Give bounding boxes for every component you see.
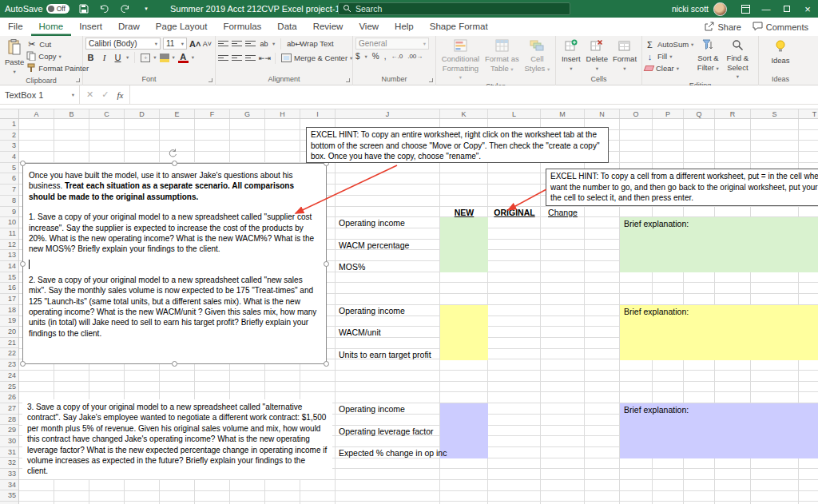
quick-access-dropdown-icon[interactable]: ▾	[140, 2, 153, 15]
alignment-dialog-launcher-icon[interactable]	[346, 78, 350, 82]
cut-button[interactable]: ✂Cut	[26, 38, 89, 50]
format-cells-button[interactable]: Format ▾	[610, 38, 639, 73]
column-header-L[interactable]: L	[488, 109, 541, 118]
row-header-29[interactable]: 29	[0, 425, 18, 436]
sort-filter-button[interactable]: Sort & Filter ▾	[693, 38, 722, 73]
borders-button[interactable]: +	[141, 54, 150, 62]
label-operating-income-1[interactable]: Operating income	[339, 217, 451, 228]
header-change[interactable]: Change	[541, 207, 585, 218]
ideas-button[interactable]: Ideas	[768, 38, 792, 65]
column-header-P[interactable]: P	[653, 109, 684, 118]
row-header-15[interactable]: 15	[0, 272, 18, 284]
decrease-decimal-icon[interactable]: .00→	[407, 53, 423, 60]
row-header-22[interactable]: 22	[0, 348, 18, 359]
column-header-A[interactable]: A	[19, 109, 54, 118]
header-new[interactable]: NEW	[440, 207, 488, 218]
resize-handle-bottom-right[interactable]	[324, 361, 329, 367]
resize-handle-top-left[interactable]	[20, 161, 26, 166]
clipboard-dialog-launcher-icon[interactable]	[76, 78, 80, 82]
row-header-25[interactable]: 25	[0, 382, 18, 393]
cancel-icon[interactable]: ✕	[86, 89, 93, 100]
cell-styles-button[interactable]: Cell Styles ▾	[522, 38, 553, 73]
column-header-R[interactable]: R	[715, 109, 751, 118]
search-box[interactable]	[338, 2, 570, 15]
label-wacm-percentage[interactable]: WACM percentage	[339, 240, 451, 251]
column-header-J[interactable]: J	[336, 109, 440, 118]
column-header-G[interactable]: G	[230, 109, 265, 118]
row-header-30[interactable]: 30	[0, 436, 18, 447]
bold-button[interactable]: B	[85, 53, 96, 62]
column-header-S[interactable]: S	[751, 109, 799, 118]
delete-cells-button[interactable]: Delete ▾	[584, 38, 610, 73]
row-header-27[interactable]: 27	[0, 403, 18, 415]
row-header-12[interactable]: 12	[0, 240, 18, 251]
underline-button[interactable]: U	[113, 53, 123, 62]
align-center-icon[interactable]	[232, 54, 242, 63]
minimize-button[interactable]: —	[756, 0, 776, 18]
ribbon-display-options-icon[interactable]	[735, 0, 756, 18]
row-header-23[interactable]: 23	[0, 359, 18, 371]
ribbon-tab-review[interactable]: Review	[305, 18, 351, 36]
ribbon-tab-data[interactable]: Data	[269, 18, 304, 36]
align-right-icon[interactable]	[245, 54, 256, 63]
decrease-font-size-icon[interactable]: A˅	[202, 40, 212, 48]
find-select-button[interactable]: Find & Select ▾	[722, 38, 752, 81]
align-bottom-icon[interactable]	[245, 39, 256, 49]
search-input[interactable]	[355, 4, 547, 14]
row-header-32[interactable]: 32	[0, 458, 18, 469]
clear-button[interactable]: Clear▾	[645, 62, 693, 74]
textbox-1[interactable]: Once you have built the model, use it to…	[22, 163, 327, 364]
row-header-11[interactable]: 11	[0, 228, 18, 240]
resize-handle-bottom-left[interactable]	[20, 361, 26, 367]
textbox-question3[interactable]: 3. Save a copy of your original model to…	[22, 399, 332, 479]
row-header-5[interactable]: 5	[0, 163, 18, 174]
label-expected-pct-change[interactable]: Expected % change in op inc	[339, 447, 451, 458]
ribbon-tab-insert[interactable]: Insert	[71, 18, 110, 36]
maximize-button[interactable]	[776, 0, 797, 18]
number-dialog-launcher-icon[interactable]	[429, 78, 433, 82]
ribbon-tab-view[interactable]: View	[351, 18, 387, 36]
row-header-7[interactable]: 7	[0, 185, 18, 196]
column-header-F[interactable]: F	[195, 109, 230, 118]
enter-icon[interactable]: ✓	[101, 89, 109, 100]
row-header-2[interactable]: 2	[0, 130, 18, 141]
font-size-select[interactable]: 11▾	[163, 38, 187, 50]
font-family-select[interactable]: Calibri (Body)▾	[85, 38, 161, 50]
label-units-target-profit[interactable]: Units to earn target profit	[339, 349, 451, 360]
autosave-toggle[interactable]: AutoSave Off	[5, 4, 69, 14]
orientation-button[interactable]: ab	[259, 40, 269, 48]
copy-button[interactable]: Copy▾	[26, 50, 89, 62]
ribbon-tab-file[interactable]: File	[0, 18, 31, 36]
row-header-8[interactable]: 8	[0, 196, 18, 207]
align-top-icon[interactable]	[218, 39, 228, 49]
ribbon-tab-help[interactable]: Help	[387, 18, 422, 36]
fill-color-button[interactable]	[160, 54, 169, 62]
format-painter-button[interactable]: Format Painter	[26, 62, 89, 74]
save-icon[interactable]	[77, 2, 90, 15]
column-header-T[interactable]: T	[799, 109, 818, 118]
explanation-box-scenario3[interactable]: Brief explanation:	[620, 403, 818, 458]
ribbon-tab-shape-format[interactable]: Shape Format	[422, 18, 496, 36]
row-header-16[interactable]: 16	[0, 283, 18, 294]
explanation-box-scenario2[interactable]: Brief explanation:	[620, 305, 818, 360]
merge-center-button[interactable]: Merge & Center▾	[281, 52, 352, 64]
font-color-button[interactable]: A	[178, 53, 189, 63]
resize-handle-middle-right[interactable]	[324, 261, 329, 267]
column-header-O[interactable]: O	[620, 109, 653, 118]
formula-input[interactable]	[130, 85, 818, 104]
explanation-box-scenario1[interactable]: Brief explanation:	[620, 217, 818, 272]
fill-button[interactable]: ↓Fill▾	[645, 50, 693, 62]
redo-icon[interactable]	[119, 2, 132, 15]
label-operating-leverage-factor[interactable]: Operating leverage factor	[339, 426, 451, 437]
autosum-button[interactable]: ΣAutoSum▾	[645, 38, 693, 50]
italic-button[interactable]: I	[99, 53, 109, 62]
row-header-24[interactable]: 24	[0, 371, 18, 382]
ribbon-tab-draw[interactable]: Draw	[110, 18, 148, 36]
close-button[interactable]: ×	[797, 0, 818, 18]
ribbon-tab-formulas[interactable]: Formulas	[215, 18, 269, 36]
name-box[interactable]: TextBox 1 ▾	[0, 85, 80, 104]
row-header-4[interactable]: 4	[0, 152, 18, 163]
column-header-H[interactable]: H	[265, 109, 300, 118]
column-header-B[interactable]: B	[54, 109, 89, 118]
row-header-6[interactable]: 6	[0, 173, 18, 185]
